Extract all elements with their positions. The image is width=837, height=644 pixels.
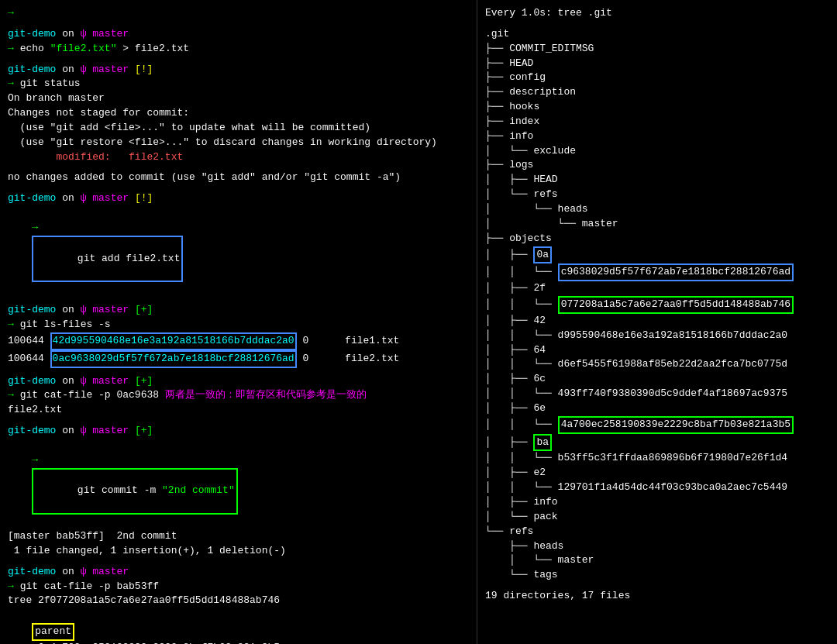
- cmd-add: → git add file2.txt: [8, 206, 469, 297]
- tree-obj-64-hash: │ │ └── d6ef5455f61988af85eb22d2aa2fca7b…: [485, 357, 829, 372]
- ls-output-1: 100644 42d995590468e16e3a192a81518166b7d…: [8, 332, 469, 350]
- prompt-3: git-demo on ψ master [!]: [8, 191, 469, 206]
- output-changes: Changes not staged for commit:: [8, 106, 469, 121]
- status-ok-6: [+]: [135, 424, 153, 439]
- tree-obj-6e: │ ├── 6e: [485, 401, 829, 416]
- left-panel: → git-demo on ψ master → echo "file2.txt…: [0, 0, 477, 644]
- user-1: git-demo: [8, 27, 56, 42]
- tree-refs: └── refs: [485, 525, 829, 539]
- output-branch: On branch master: [8, 91, 469, 106]
- tree-obj-2f: │ ├── 2f: [485, 281, 829, 296]
- branch-name-3: master: [92, 191, 129, 206]
- branch-name-7: master: [92, 565, 129, 580]
- status-ok-4: [+]: [135, 303, 153, 318]
- user-3: git-demo: [8, 191, 56, 206]
- tree-logs-head: │ ├── HEAD: [485, 173, 829, 188]
- tree-description: ├── description: [485, 85, 829, 100]
- user-7: git-demo: [8, 565, 56, 580]
- cmd-ls-files: → git ls-files -s: [8, 318, 469, 332]
- cmd-echo: → echo "file2.txt" > file2.txt: [8, 42, 469, 57]
- tree-info-exclude: │ └── exclude: [485, 144, 829, 159]
- branch-icon-1: ψ: [81, 27, 87, 42]
- ls-output-2: 100644 0ac9638029d5f57f672ab7e1818bcf288…: [8, 350, 469, 368]
- right-panel: Every 1.0s: tree .git .git ├── COMMIT_ED…: [477, 0, 837, 644]
- tree-obj-ba: │ ├── ba: [485, 434, 829, 452]
- branch-name-4: master: [92, 303, 129, 318]
- tree-logs-heads: │ └── heads: [485, 202, 829, 217]
- tree-refs-heads-master: │ └── master: [485, 553, 829, 568]
- box-6e-hash: 4a700ec258190839e2229c8baf7b03e821a3b5: [558, 416, 794, 434]
- prompt-5: git-demo on ψ master [+]: [8, 374, 469, 389]
- box-ba: ba: [533, 434, 552, 452]
- status-ok-5: [+]: [135, 374, 153, 389]
- tree-obj-0a-hash: │ │ └── c9638029d5f57f672ab7e1818bcf2881…: [485, 263, 829, 281]
- tree-commit-editmsg: ├── COMMIT_EDITMSG: [485, 42, 829, 57]
- tree-obj-pack: │ └── pack: [485, 510, 829, 525]
- tree-obj-64: │ ├── 64: [485, 343, 829, 358]
- tree-obj-42: │ ├── 42: [485, 314, 829, 329]
- commit-out-2: 1 file changed, 1 insertion(+), 1 deleti…: [8, 544, 469, 559]
- user-4: git-demo: [8, 303, 56, 318]
- hash-box-2: 0ac9638029d5f57f672ab7e1818bcf28812676ad: [50, 350, 297, 368]
- branch-name-5: master: [92, 374, 129, 389]
- tree-logs-refs: │ └── refs: [485, 188, 829, 202]
- tree-head: ├── HEAD: [485, 57, 829, 71]
- tree-obj-42-hash: │ │ └── d995590468e16e3a192a81518166b7dd…: [485, 329, 829, 343]
- output-use1: (use "git add <file>..." to update what …: [8, 121, 469, 136]
- tree-config: ├── config: [485, 71, 829, 85]
- tree-obj-6c-hash: │ │ └── 493ff740f9380390d5c9ddef4af18697…: [485, 387, 829, 401]
- tree-obj-6e-hash: │ │ └── 4a700ec258190839e2229c8baf7b03e8…: [485, 416, 829, 434]
- prompt-2: git-demo on ψ master [!]: [8, 63, 469, 77]
- branch-icon-4: ψ: [81, 303, 87, 318]
- output-modified: modified: file2.txt: [8, 150, 469, 165]
- cmd-catfile-1: → git cat-file -p 0ac9638 两者是一致的：即暂存区和代码…: [8, 388, 469, 403]
- tree-obj-info: │ ├── info: [485, 495, 829, 510]
- commit-out-1: [master bab53ff] 2nd commit: [8, 529, 469, 544]
- output-no-changes: no changes added to commit (use "git add…: [8, 170, 469, 185]
- box-2f-hash: 077208a1a5c7a6e27aa0ff5d5dd148488ab746: [558, 296, 794, 314]
- hash-box-1: 42d995590468e16e3a192a81518166b7dddac2a0: [50, 332, 297, 350]
- cmd-catfile-2: → git cat-file -p bab53ff: [8, 580, 469, 594]
- tree-obj-ba-hash: │ │ └── b53ff5c3f1ffdaa869896b6f71980d7e…: [485, 451, 829, 466]
- tree-obj-e2: │ ├── e2: [485, 466, 829, 480]
- branch-icon-7: ψ: [81, 565, 87, 580]
- box-0a: 0a: [533, 246, 552, 264]
- tree-obj-e2-hash: │ │ └── 129701f1a4d54dc44f03c93bca0a2aec…: [485, 480, 829, 495]
- status-warn-3: [!]: [135, 191, 153, 206]
- tree-refs-heads: ├── heads: [485, 539, 829, 554]
- catfile-out-1: file2.txt: [8, 403, 469, 418]
- tree-obj-2f-hash: │ │ └── 077208a1a5c7a6e27aa0ff5d5dd14848…: [485, 296, 829, 314]
- branch-icon-5: ψ: [81, 374, 87, 389]
- branch-name-2: master: [92, 63, 129, 77]
- tree-footer: 19 directories, 17 files: [485, 589, 829, 604]
- highlight-git-add: git add file2.txt: [32, 236, 183, 283]
- tree-header: Every 1.0s: tree .git: [485, 6, 829, 21]
- tree-root: .git: [485, 27, 829, 42]
- catfile2-out-2: parent 6e4a700ec258190839e2229c8baf7b03e…: [8, 608, 469, 644]
- tree-refs-tags: └── tags: [485, 568, 829, 583]
- top-arrow: →: [8, 6, 469, 21]
- tree-info-dir: ├── info: [485, 129, 829, 144]
- box-0a-hash: c9638029d5f57f672ab7e1818bcf28812676ad: [558, 263, 794, 281]
- tree-logs: ├── logs: [485, 158, 829, 173]
- branch-icon-3: ψ: [81, 191, 87, 206]
- user-6: git-demo: [8, 424, 56, 439]
- prompt-7: git-demo on ψ master: [8, 565, 469, 580]
- cmd-status: → git status: [8, 77, 469, 91]
- highlight-parent: parent: [32, 623, 74, 641]
- catfile2-out-1: tree 2f077208a1a5c7a6e27aa0ff5d5dd148488…: [8, 594, 469, 608]
- branch-name-1: master: [92, 27, 129, 42]
- user-2: git-demo: [8, 63, 56, 77]
- cmd-commit: → git commit -m "2nd commit": [8, 439, 469, 529]
- prompt-6: git-demo on ψ master [+]: [8, 424, 469, 439]
- output-use2: (use "git restore <file>..." to discard …: [8, 136, 469, 150]
- status-warn-2: [!]: [135, 63, 153, 77]
- annotation-same: 两者是一致的：即暂存区和代码参考是一致的: [165, 389, 367, 401]
- prompt-4: git-demo on ψ master [+]: [8, 303, 469, 318]
- branch-name-6: master: [92, 424, 129, 439]
- user-5: git-demo: [8, 374, 56, 389]
- tree-obj-6c: │ ├── 6c: [485, 372, 829, 387]
- highlight-commit: git commit -m "2nd commit": [32, 468, 237, 515]
- tree-obj-0a: │ ├── 0a: [485, 246, 829, 264]
- tree-index: ├── index: [485, 115, 829, 129]
